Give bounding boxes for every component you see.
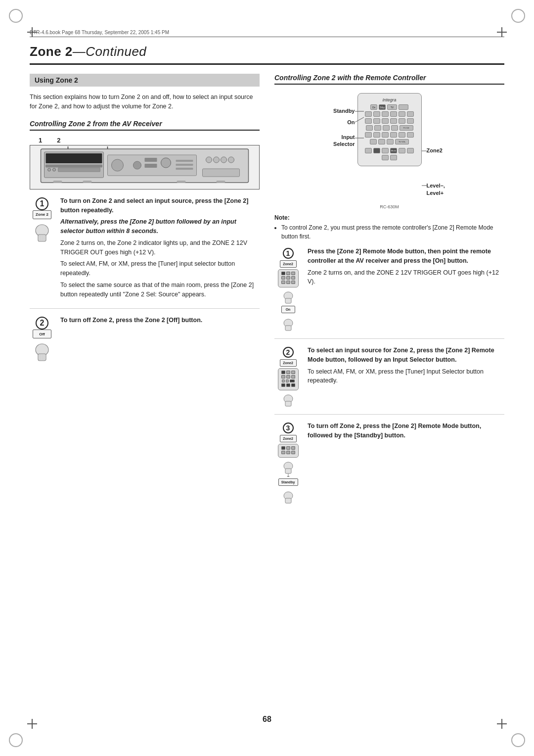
mr9 xyxy=(291,281,295,284)
remote-brand: Integra xyxy=(361,97,418,102)
using-zone2-heading: Using Zone 2 xyxy=(30,74,260,87)
rb13 xyxy=(366,125,373,131)
corner-mark-br xyxy=(511,733,525,747)
mr2 xyxy=(286,272,290,275)
rb25 xyxy=(387,139,394,144)
mr22 xyxy=(286,446,290,450)
svg-rect-43 xyxy=(285,298,291,303)
mr4 xyxy=(281,276,285,280)
svg-rect-24 xyxy=(217,181,225,183)
note-bullet: To control Zone 2, you must press the re… xyxy=(281,223,504,241)
right-step1-num: 1 xyxy=(283,248,294,259)
mr5 xyxy=(286,276,290,280)
step2-icon: 2 Off xyxy=(30,316,54,364)
step2-bold: To turn off Zone 2, press the Zone 2 [Of… xyxy=(60,316,260,325)
mr17 xyxy=(286,379,289,382)
rb2 xyxy=(373,111,380,117)
left-step-2: 2 Off To turn off Zone 2, press the Zone… xyxy=(30,316,260,364)
svg-point-4 xyxy=(48,168,51,171)
page-title: Zone 2—Continued xyxy=(30,44,504,65)
svg-rect-11 xyxy=(145,164,157,168)
step2-number: 2 xyxy=(36,317,48,330)
rb26 xyxy=(365,148,372,153)
remote-btn1 xyxy=(399,104,408,110)
svg-rect-53 xyxy=(285,498,291,503)
rb22 xyxy=(407,132,414,138)
rb31 xyxy=(382,155,389,160)
level-label: Level–, Level+ xyxy=(427,182,454,197)
svg-rect-2 xyxy=(46,153,102,163)
title-continued: —Continued xyxy=(73,44,147,59)
right-step2-num: 2 xyxy=(283,347,294,358)
right-step3-num: 3 xyxy=(283,423,294,433)
step1-italic: Alternatively, press the [Zone 2] button… xyxy=(60,217,260,236)
svg-rect-20 xyxy=(203,169,240,177)
rb1 xyxy=(365,111,372,117)
hand-icon-right-step3b xyxy=(281,489,296,504)
svg-point-19 xyxy=(228,157,234,163)
right-step1-bold: Press the [Zone 2] Remote Mode button, t… xyxy=(308,247,504,266)
rb5 xyxy=(399,111,405,117)
svg-rect-23 xyxy=(177,181,186,183)
mr6 xyxy=(291,276,295,280)
rb9 xyxy=(382,118,389,124)
remote-body: Integra On Stby TV xyxy=(357,93,422,166)
rb3 xyxy=(382,111,389,117)
svg-rect-49 xyxy=(285,469,291,473)
mr7 xyxy=(281,281,285,284)
remote-standby-btn: Stby xyxy=(379,104,386,110)
mr24 xyxy=(281,451,285,454)
right-step2-content: To select an input source for Zone 2, pr… xyxy=(308,346,504,407)
rb21 xyxy=(399,132,405,138)
rb27 xyxy=(373,148,380,153)
svg-rect-47 xyxy=(285,401,291,406)
rb24 xyxy=(378,139,385,144)
mini-remote-3 xyxy=(278,444,299,458)
svg-point-18 xyxy=(221,157,227,163)
step2-content: To turn off Zone 2, press the Zone 2 [Of… xyxy=(60,316,260,364)
corner-mark-tl xyxy=(9,9,23,23)
mr19: Strm xyxy=(286,383,290,387)
left-column: Using Zone 2 This section explains how t… xyxy=(30,74,260,511)
svg-point-17 xyxy=(214,157,220,163)
receiver-label-1: 1 xyxy=(39,137,42,144)
mr1 xyxy=(281,272,285,275)
hand-icon-right-step2 xyxy=(281,392,296,407)
selector-label: Selector xyxy=(325,141,355,147)
mr18: CD xyxy=(281,383,285,387)
svg-rect-6 xyxy=(58,168,100,172)
rb4 xyxy=(390,111,397,117)
step1-body1: Zone 2 turns on, the Zone 2 indicator li… xyxy=(60,238,260,257)
step1-bold: To turn on Zone 2 and select an input so… xyxy=(60,196,260,215)
step1-body3: To select the same source as that of the… xyxy=(60,281,260,299)
rb18 xyxy=(373,132,380,138)
svg-marker-51 xyxy=(287,476,290,477)
on-label: On xyxy=(325,119,355,125)
mr23 xyxy=(291,446,295,450)
mr21 xyxy=(281,446,285,450)
standby-label: Standby xyxy=(325,108,355,114)
rc-model-label: RC-630M xyxy=(357,204,422,209)
right-step1-content: Press the [Zone 2] Remote Mode button, t… xyxy=(308,247,504,331)
svg-rect-21 xyxy=(53,181,62,183)
rb10 xyxy=(390,118,397,124)
svg-point-5 xyxy=(53,168,56,171)
remote-tv-vol-btn: TV VOL xyxy=(395,139,409,144)
zone2-right-label: Zone2 xyxy=(427,147,454,153)
right-step3-icon: 3 Zone2 xyxy=(274,422,302,504)
rb30 xyxy=(407,148,414,153)
remote-tv-ch-btn: TV CH xyxy=(400,125,413,131)
step1-icon: 1 Zone 2 xyxy=(30,196,54,302)
right-step1-badge: Zone2 xyxy=(280,260,297,268)
svg-point-8 xyxy=(112,159,124,171)
off-badge-step2: Off xyxy=(33,330,51,338)
note-title: Note: xyxy=(274,214,504,221)
title-zone2: Zone 2 xyxy=(30,44,73,59)
rb19 xyxy=(382,132,389,138)
right-step2-icon: 2 Zone2 xyxy=(274,346,302,407)
zone2-badge-step1: Zone 2 xyxy=(33,210,51,219)
mr3 xyxy=(291,272,295,275)
mr16 xyxy=(282,379,285,382)
hand-icon-step2 xyxy=(32,340,52,364)
meta-line: DTR-4.6.book Page 68 Thursday, September… xyxy=(30,30,504,37)
